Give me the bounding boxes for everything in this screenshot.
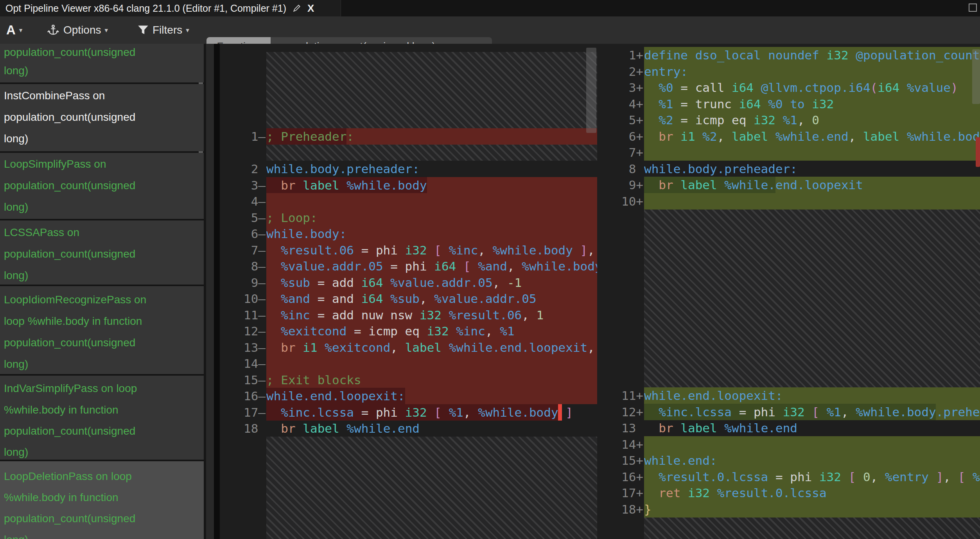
code-line-text bbox=[644, 144, 980, 161]
code-line[interactable]: 3— br label %while.body bbox=[220, 177, 598, 193]
options-label: Options bbox=[63, 24, 101, 36]
code-line[interactable]: 8— %value.addr.05 = phi i64 [ %and, %whi… bbox=[220, 258, 598, 274]
code-line[interactable]: 17+ ret i32 %result.0.lcssa bbox=[598, 485, 980, 501]
code-line[interactable]: 11— %inc = add nuw nsw i32 %result.06, 1 bbox=[220, 307, 598, 323]
code-line[interactable]: 5—; Loop: bbox=[220, 210, 598, 226]
code-line[interactable]: 15—; Exit blocks bbox=[220, 372, 598, 388]
line-number: 15+ bbox=[598, 452, 643, 469]
pass-entry[interactable]: LoopDeletionPass on loop%while.body in f… bbox=[0, 461, 204, 539]
pass-entry[interactable]: LCSSAPass onpopulation_count(unsignedlon… bbox=[0, 220, 204, 285]
code-line[interactable]: 10+ bbox=[598, 193, 980, 210]
code-line[interactable]: 2+entry: bbox=[598, 63, 980, 80]
code-line[interactable]: 16—while.end.loopexit: bbox=[220, 388, 598, 404]
code-line[interactable]: 12— %exitcond = icmp eq i32 %inc, %1 bbox=[220, 323, 598, 339]
code-line-text: %1 = trunc i64 %0 to i32 bbox=[644, 96, 980, 112]
code-line[interactable]: 1+define dso_local noundef i32 @populati… bbox=[598, 47, 980, 63]
filter-funnel-icon bbox=[138, 25, 149, 35]
diff-before-pane: 1—; Preheader:2 while.body.preheader:3— … bbox=[220, 44, 598, 539]
code-line[interactable]: 4— bbox=[220, 193, 598, 210]
code-line-text: br label %while.end bbox=[644, 420, 980, 436]
scrollbar-thumb[interactable] bbox=[972, 49, 980, 104]
chevron-down-icon: ▾ bbox=[105, 26, 108, 34]
pass-entry[interactable]: LoopIdiomRecognizePass onloop %while.bod… bbox=[0, 286, 204, 374]
code-line[interactable]: 14— bbox=[220, 355, 598, 372]
line-number: 7+ bbox=[598, 144, 643, 161]
line-number: 15— bbox=[220, 372, 266, 388]
code-line[interactable]: 10— %and = and i64 %sub, %value.addr.05 bbox=[220, 290, 598, 307]
code-line-text bbox=[266, 355, 597, 372]
close-icon[interactable]: X bbox=[307, 3, 314, 13]
pass-entry-line: InstCombinePass on bbox=[4, 88, 105, 104]
code-line-text: ; Loop: bbox=[266, 210, 597, 226]
code-line[interactable]: 3+ %0 = call i64 @llvm.ctpop.i64(i64 %va… bbox=[598, 79, 980, 96]
pass-entry-line: population_count(unsigned bbox=[4, 45, 135, 60]
maximize-icon[interactable] bbox=[969, 4, 977, 12]
line-number: 13— bbox=[220, 339, 266, 356]
pass-entry-line: long) bbox=[4, 199, 28, 215]
code-line[interactable]: 15+while.end: bbox=[598, 452, 980, 469]
line-number: 4+ bbox=[598, 96, 643, 112]
code-line[interactable]: 8 while.body.preheader: bbox=[598, 161, 980, 177]
pass-entry-line: long) bbox=[4, 131, 28, 147]
code-line-text: ret i32 %result.0.lcssa bbox=[644, 485, 980, 501]
line-number: 3+ bbox=[598, 79, 643, 96]
code-line[interactable]: 1—; Preheader: bbox=[220, 128, 598, 145]
pane-divider[interactable] bbox=[214, 44, 220, 539]
code-line[interactable]: 13 br label %while.end bbox=[598, 420, 980, 436]
window-tab[interactable]: Opt Pipeline Viewer x86-64 clang 21.1.0 … bbox=[0, 0, 341, 16]
overview-ruler-marker[interactable] bbox=[976, 137, 980, 167]
collapsed-region-hatch bbox=[644, 210, 980, 387]
code-line[interactable]: 16+ %result.0.lcssa = phi i32 [ 0, %entr… bbox=[598, 469, 980, 485]
code-line-text: while.end.loopexit: bbox=[644, 387, 980, 404]
pass-entry-line: LoopIdiomRecognizePass on bbox=[4, 292, 146, 308]
pass-entry-line: population_count(unsigned bbox=[4, 178, 135, 193]
pass-entry-line: long) bbox=[4, 444, 28, 460]
line-number: 6+ bbox=[598, 128, 643, 145]
rename-icon[interactable] bbox=[293, 4, 301, 13]
pass-entry-line: loop %while.body in function bbox=[4, 313, 142, 329]
pass-entry-line: long) bbox=[4, 356, 28, 372]
pass-entry[interactable]: IndVarSimplifyPass on loop%while.body in… bbox=[0, 376, 204, 460]
pass-entry[interactable]: InstCombinePass onpopulation_count(unsig… bbox=[0, 84, 204, 151]
pass-entry[interactable]: LoopSimplifyPass onpopulation_count(unsi… bbox=[0, 153, 204, 219]
code-line-text bbox=[266, 193, 597, 210]
code-line[interactable]: 9+ br label %while.end.loopexit bbox=[598, 177, 980, 193]
code-line-text: br i1 %2, label %while.end, label %while… bbox=[644, 128, 980, 145]
pass-entry-line: population_count(unsigned bbox=[4, 423, 135, 439]
pass-entry[interactable]: population_count(unsignedlong) bbox=[0, 44, 204, 82]
pass-entry-line: long) bbox=[4, 532, 28, 539]
line-number: 2 bbox=[220, 161, 266, 177]
code-line[interactable]: 5+ %2 = icmp eq i32 %1, 0 bbox=[598, 112, 980, 128]
code-line[interactable]: 12+ %inc.lcssa = phi i32 [ %1, %while.bo… bbox=[598, 404, 980, 420]
font-size-button[interactable]: A ▾ bbox=[6, 16, 22, 44]
code-line[interactable]: 7— %result.06 = phi i32 [ %inc, %while.b… bbox=[220, 242, 598, 258]
code-line[interactable]: 18+} bbox=[598, 501, 980, 518]
code-line[interactable]: 17— %inc.lcssa = phi i32 [ %1, %while.bo… bbox=[220, 404, 598, 421]
code-line[interactable]: 6+ br i1 %2, label %while.end, label %wh… bbox=[598, 128, 980, 145]
line-number: 10— bbox=[220, 290, 266, 307]
line-number: 8 bbox=[598, 161, 643, 177]
diff-after-pane: 1+define dso_local noundef i32 @populati… bbox=[598, 44, 980, 539]
filters-button[interactable]: Filters ▾ bbox=[138, 16, 189, 44]
pass-list-sidebar: population_count(unsignedlong)InstCombin… bbox=[0, 44, 206, 539]
anchor-icon bbox=[47, 24, 59, 36]
options-button[interactable]: Options ▾ bbox=[47, 16, 108, 44]
code-line-text: entry: bbox=[644, 63, 980, 80]
line-number: 9+ bbox=[598, 177, 643, 193]
code-line[interactable]: 13— br i1 %exitcond, label %while.end.lo… bbox=[220, 339, 598, 356]
code-line-text: while.end: bbox=[644, 452, 980, 469]
code-line[interactable]: 14+ bbox=[598, 436, 980, 453]
code-line[interactable]: 7+ bbox=[598, 144, 980, 161]
code-line[interactable]: 2 while.body.preheader: bbox=[220, 161, 598, 177]
line-number: 5+ bbox=[598, 112, 643, 128]
code-line[interactable]: 4+ %1 = trunc i64 %0 to i32 bbox=[598, 96, 980, 112]
pass-entry-line: LCSSAPass on bbox=[4, 225, 79, 240]
code-line[interactable]: 9— %sub = add i64 %value.addr.05, -1 bbox=[220, 274, 598, 291]
code-line-text: %0 = call i64 @llvm.ctpop.i64(i64 %value… bbox=[644, 79, 980, 96]
code-line[interactable]: 18 br label %while.end bbox=[220, 420, 598, 437]
line-number: 9— bbox=[220, 274, 266, 291]
line-number: 4— bbox=[220, 193, 266, 210]
code-line[interactable]: 6—while.body: bbox=[220, 226, 598, 242]
code-line[interactable]: 11+while.end.loopexit: bbox=[598, 387, 980, 404]
scrollbar-thumb[interactable] bbox=[586, 48, 596, 133]
